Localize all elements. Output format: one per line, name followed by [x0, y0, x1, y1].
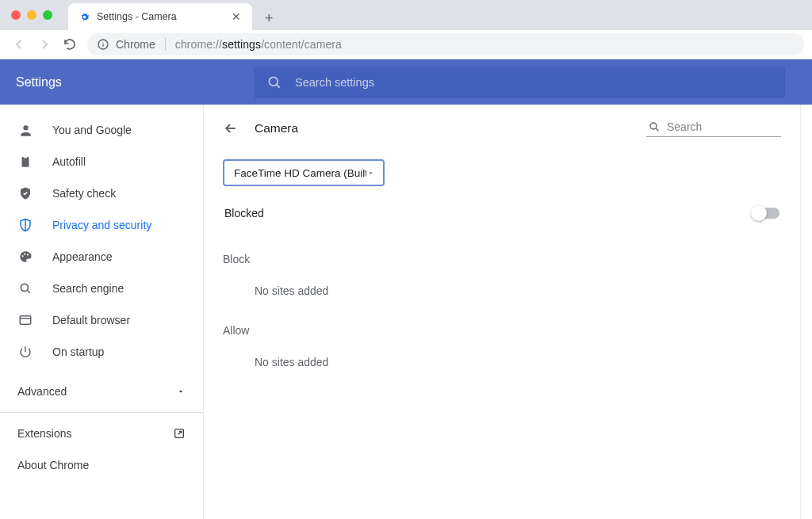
svg-line-4	[277, 84, 280, 87]
sidebar-item-label: You and Google	[52, 124, 132, 136]
address-bar[interactable]: Chrome chrome://settings/content/camera	[87, 33, 804, 55]
svg-point-5	[23, 125, 28, 130]
close-tab-icon[interactable]: ✕	[230, 10, 243, 24]
sidebar-item-label: On startup	[52, 345, 104, 358]
window-titlebar: Settings - Camera ✕ +	[0, 0, 812, 30]
search-icon	[17, 281, 33, 296]
url-prefix: chrome://	[175, 38, 222, 51]
settings-body: You and Google Autofill Safety check Pri…	[0, 105, 812, 519]
blocked-label: Blocked	[224, 207, 264, 219]
settings-app: Settings You and Google Autofill Safety …	[0, 59, 812, 519]
tab-strip: Settings - Camera ✕ +	[68, 0, 277, 30]
search-icon	[266, 74, 282, 90]
close-window-button[interactable]	[11, 10, 21, 20]
page-search-input[interactable]	[667, 120, 779, 133]
page-search[interactable]	[646, 119, 781, 137]
block-section-title: Block	[223, 253, 781, 265]
site-info-icon[interactable]	[97, 38, 109, 51]
allow-empty-text: No sites added	[255, 356, 781, 368]
back-button[interactable]	[8, 33, 30, 55]
svg-point-16	[650, 123, 657, 129]
url-separator	[165, 38, 166, 51]
url-path: /content/camera	[261, 38, 342, 51]
svg-point-3	[269, 77, 278, 86]
page-header: Camera	[204, 105, 800, 143]
sidebar-item-label: Search engine	[52, 282, 124, 295]
url-scheme-label: Chrome	[116, 38, 155, 51]
main-content: Camera FaceTime HD Camera (Built-in) Blo…	[203, 105, 801, 519]
sidebar-item-on-startup[interactable]: On startup	[0, 336, 203, 368]
maximize-window-button[interactable]	[43, 10, 52, 20]
svg-point-9	[24, 254, 25, 255]
sidebar: You and Google Autofill Safety check Pri…	[0, 105, 203, 519]
gear-icon	[78, 10, 90, 23]
sidebar-divider	[0, 412, 203, 413]
shield-icon	[17, 218, 33, 232]
sidebar-item-safety-check[interactable]: Safety check	[0, 177, 203, 209]
external-link-icon	[173, 427, 186, 440]
browser-tab[interactable]: Settings - Camera ✕	[68, 3, 252, 30]
svg-point-10	[27, 254, 29, 255]
advanced-label: Advanced	[17, 385, 67, 398]
blocked-row: Blocked	[223, 186, 781, 226]
clipboard-icon	[17, 155, 33, 169]
shield-check-icon	[17, 186, 33, 200]
blocked-toggle[interactable]	[753, 208, 779, 219]
sidebar-item-label: Privacy and security	[52, 219, 151, 231]
tab-title: Settings - Camera	[97, 11, 224, 22]
sidebar-item-you-and-google[interactable]: You and Google	[0, 114, 203, 146]
url-text: chrome://settings/content/camera	[175, 38, 342, 51]
svg-rect-6	[22, 157, 29, 167]
camera-device-dropdown[interactable]: FaceTime HD Camera (Built-in)	[223, 159, 385, 186]
sidebar-item-label: Autofill	[52, 155, 86, 168]
url-host: settings	[222, 38, 261, 51]
toggle-knob	[751, 205, 767, 221]
sidebar-item-label: Appearance	[52, 250, 113, 263]
person-icon	[17, 123, 33, 138]
chevron-down-icon	[366, 169, 375, 177]
sidebar-item-autofill[interactable]: Autofill	[0, 146, 203, 177]
page-title: Camera	[255, 121, 630, 135]
minimize-window-button[interactable]	[27, 10, 36, 20]
svg-line-17	[656, 128, 658, 131]
settings-search-input[interactable]	[295, 76, 772, 89]
browser-toolbar: Chrome chrome://settings/content/camera	[0, 30, 812, 59]
sidebar-item-appearance[interactable]: Appearance	[0, 241, 203, 273]
power-icon	[17, 345, 33, 359]
sidebar-item-search-engine[interactable]: Search engine	[0, 273, 203, 304]
settings-brand: Settings	[16, 75, 254, 90]
reload-button[interactable]	[59, 33, 81, 55]
svg-point-8	[22, 255, 24, 257]
svg-point-11	[21, 284, 28, 291]
chevron-down-icon	[176, 387, 186, 396]
sidebar-advanced[interactable]: Advanced	[0, 376, 203, 407]
window-controls	[0, 10, 52, 20]
svg-line-12	[27, 290, 30, 293]
search-icon	[648, 120, 661, 133]
sidebar-item-label: Default browser	[52, 314, 130, 326]
settings-header: Settings	[0, 59, 812, 105]
forward-button[interactable]	[33, 33, 56, 55]
dropdown-value: FaceTime HD Camera (Built-in)	[234, 167, 366, 179]
browser-icon	[17, 313, 33, 327]
new-tab-button[interactable]: +	[262, 7, 277, 30]
back-arrow-icon[interactable]	[223, 120, 239, 136]
content-area: FaceTime HD Camera (Built-in) Blocked Bl…	[204, 143, 800, 368]
sidebar-item-default-browser[interactable]: Default browser	[0, 304, 203, 336]
palette-icon	[17, 250, 33, 264]
about-label: About Chrome	[17, 459, 89, 471]
svg-rect-7	[24, 156, 28, 158]
sidebar-extensions[interactable]: Extensions	[0, 418, 203, 449]
settings-search[interactable]	[254, 67, 785, 98]
sidebar-item-privacy-and-security[interactable]: Privacy and security	[0, 209, 203, 241]
extensions-label: Extensions	[17, 427, 71, 440]
sidebar-item-label: Safety check	[52, 187, 116, 200]
svg-rect-13	[20, 316, 31, 325]
block-empty-text: No sites added	[255, 284, 781, 297]
sidebar-about-chrome[interactable]: About Chrome	[0, 449, 203, 481]
allow-section-title: Allow	[223, 324, 781, 337]
